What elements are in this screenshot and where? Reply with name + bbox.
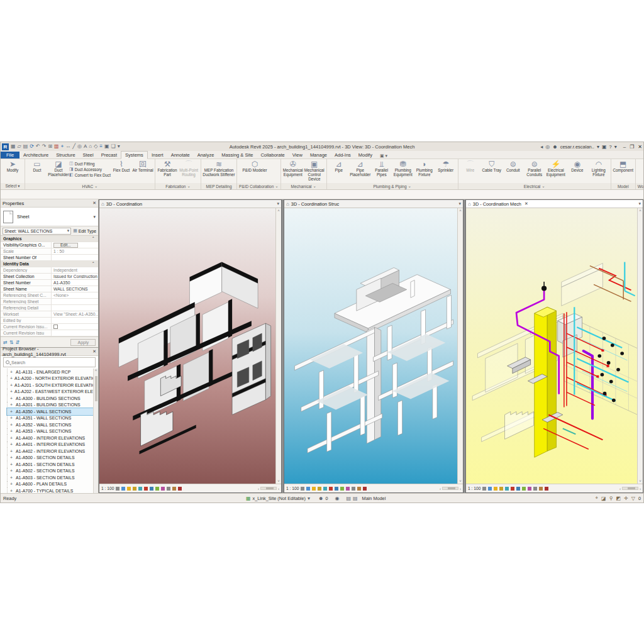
help-chevron-icon[interactable]: ▾: [614, 144, 617, 150]
user-menu-chevron-icon[interactable]: ▾: [597, 144, 599, 150]
back-icon[interactable]: ◂: [540, 144, 543, 150]
device-button[interactable]: ◉ Device: [567, 160, 588, 183]
cable-tray-button[interactable]: ⛉ Cable Tray: [481, 160, 502, 183]
switch-windows-icon[interactable]: ❏: [111, 144, 116, 149]
sheet-item[interactable]: +A1-A401 - INTERIOR ELEVATIONS: [7, 441, 98, 448]
properties-close-icon[interactable]: ✕: [92, 201, 96, 206]
home-icon[interactable]: ⌂: [101, 201, 104, 207]
plumbing-fixture-button[interactable]: ◗ Plumbing Fixture: [414, 160, 435, 183]
panel-label-select[interactable]: Select ▾: [1, 183, 25, 189]
open-icon[interactable]: ▱: [18, 144, 21, 149]
crop-view-icon[interactable]: [323, 487, 327, 491]
view-canvas-coordination-mech[interactable]: ˄˅: [466, 208, 643, 484]
link-chevron-icon[interactable]: ▾: [308, 496, 310, 501]
sheet-name-field[interactable]: WALL SECTIONS: [51, 286, 98, 292]
mechanical-control-device-button[interactable]: ▣ Mechanical Control Device: [304, 160, 325, 183]
view-horizontal-scrollbar[interactable]: ‹›: [619, 487, 641, 491]
sheet-item[interactable]: +A1-A200 - NORTH EXTERIOR ELEVATION: [7, 375, 98, 382]
mechanical-launcher-icon[interactable]: ⌄: [313, 184, 316, 189]
qat-customize-icon[interactable]: ▾: [118, 144, 120, 149]
maximize-button[interactable]: ❐: [630, 144, 634, 150]
sheet-item[interactable]: +A1-A502 - SECTION DETAILS: [7, 468, 98, 475]
mechanical-equipment-button[interactable]: ✇ Mechanical Equipment: [282, 160, 304, 183]
sheet-number-of-field[interactable]: [51, 255, 98, 260]
browser-search[interactable]: [3, 357, 96, 367]
sheet-item[interactable]: +A1-A351 - WALL SECTIONS: [7, 415, 98, 422]
sheet-item[interactable]: +A1-A353 - WALL SECTIONS: [7, 428, 98, 435]
tab-view[interactable]: View: [289, 152, 306, 158]
minimize-button[interactable]: –: [623, 144, 626, 150]
sheet-item[interactable]: +A1-A131 - ENLARGED RCP: [7, 369, 98, 375]
sheet-item[interactable]: +A1-A201 - SOUTH EXTERIOR ELEVATION: [7, 382, 98, 389]
sheet-item[interactable]: +A1-A600 - PLAN DETAILS: [7, 481, 98, 488]
home-icon[interactable]: ⌂: [286, 201, 289, 207]
pipe-placeholder-button[interactable]: ⊿ Pipe Placeholder: [350, 160, 371, 183]
active-link-label[interactable]: x_Link_Site (Not Editable): [253, 496, 306, 501]
convert-flex-duct-button[interactable]: ◧ Convert to Flex Duct: [69, 172, 111, 177]
constraints-icon[interactable]: [178, 487, 182, 491]
signed-in-user[interactable]: cesar.r.escalan..: [560, 144, 594, 150]
analytical-model-icon[interactable]: [172, 487, 176, 491]
view-title-bar-active[interactable]: ⌂ 3D - Coordination Mech ✕ ▾: [466, 200, 643, 208]
undo-icon[interactable]: ↶: [36, 144, 40, 149]
tab-annotate[interactable]: Annotate: [167, 152, 194, 158]
sheet-item[interactable]: +A1-A501 - SECTION DETAILS: [7, 461, 98, 468]
search-input[interactable]: [11, 360, 93, 365]
temporary-view-icon[interactable]: [167, 487, 170, 491]
parallel-conduits-button[interactable]: ⊜ Parallel Conduits: [524, 160, 545, 183]
mep-stiffener-button[interactable]: ≋ MEP Fabrication Ductwork Stiffener: [203, 160, 235, 183]
panel-label-work-plane[interactable]: Work Plane: [636, 183, 643, 189]
conduit-button[interactable]: ⊜ Conduit: [502, 160, 524, 183]
flex-duct-button[interactable]: ⌇ Flex Duct: [111, 160, 132, 183]
vg-edit-button[interactable]: Edit...: [53, 243, 78, 248]
modify-button[interactable]: ➤ Modify: [2, 160, 23, 183]
detail-level-icon[interactable]: [301, 487, 304, 491]
sun-path-icon[interactable]: [494, 487, 497, 491]
sheet-item[interactable]: +A1-A503 - SECTION DETAILS: [7, 474, 98, 481]
electrical-equipment-button[interactable]: ⚡ Electrical Equipment: [545, 160, 567, 183]
electrical-launcher-icon[interactable]: ⌄: [541, 184, 545, 189]
constraints-icon[interactable]: [545, 487, 548, 491]
view-horizontal-scrollbar[interactable]: ‹›: [258, 487, 279, 491]
sheet-item[interactable]: +A1-A402 - INTERIOR ELEVATIONS: [7, 448, 98, 455]
worksharing-display-icon[interactable]: [528, 487, 531, 491]
search-icon[interactable]: ◎: [545, 144, 550, 150]
properties-help-icon[interactable]: ⇄: [3, 340, 8, 345]
detail-level-icon[interactable]: [116, 487, 119, 491]
tab-massing-site[interactable]: Massing & Site: [218, 152, 257, 158]
pipe-button[interactable]: ⊿ Pipe: [328, 160, 350, 183]
visual-style-icon[interactable]: [488, 487, 492, 491]
crop-region-icon[interactable]: [511, 487, 514, 491]
plumbing-launcher-icon[interactable]: ⌄: [408, 184, 411, 189]
sheet-collection-field[interactable]: Issued for Construction: [51, 274, 98, 279]
detail-line-icon[interactable]: ╱: [72, 144, 75, 149]
shadows-icon[interactable]: [318, 487, 321, 491]
panel-label-model[interactable]: Model: [611, 183, 635, 189]
revit-logo-icon[interactable]: R: [2, 143, 9, 150]
sheet-item-selected[interactable]: +A1-A350 - WALL SECTIONS: [7, 408, 98, 415]
multi-point-routing-button[interactable]: ⌒ Multi-Point Routing: [178, 160, 199, 183]
view-close-icon[interactable]: ✕: [525, 201, 528, 206]
worksharing-display-icon[interactable]: [161, 487, 165, 491]
view-menu-chevron-icon[interactable]: ▾: [458, 201, 461, 206]
panel-toggle2-icon[interactable]: ▤: [353, 496, 358, 501]
zoom-icon[interactable]: ◎: [77, 144, 82, 149]
duct-fitting-button[interactable]: ◫ Duct Fitting: [69, 161, 111, 166]
tab-insert[interactable]: Insert: [148, 152, 167, 158]
tab-precast[interactable]: Precast: [97, 152, 121, 158]
home-icon[interactable]: ⌂: [468, 201, 471, 207]
redo-icon[interactable]: ↷: [42, 144, 47, 149]
tab-architecture[interactable]: Architecture: [19, 152, 52, 158]
view-vertical-scrollbar[interactable]: ˄˅: [275, 208, 281, 484]
sync-icon[interactable]: ⟳: [30, 144, 34, 149]
tab-manage[interactable]: Manage: [306, 152, 331, 158]
section-icon[interactable]: ◇: [94, 144, 97, 149]
component-button[interactable]: ⬒ Component: [613, 160, 634, 183]
duct-accessory-button[interactable]: ◨ Duct Accessory: [69, 167, 111, 172]
select-underlay-icon[interactable]: ◪: [601, 496, 606, 501]
default-3d-view-icon[interactable]: ⌂: [89, 144, 92, 149]
ribbon-display-toggle-icon[interactable]: ▣ ▾: [380, 153, 387, 158]
worksharing-globe-icon[interactable]: ◉: [335, 496, 339, 501]
edit-type-button[interactable]: ▦ Edit Type: [73, 228, 96, 233]
select-pinned-icon[interactable]: ⚲: [609, 496, 613, 501]
